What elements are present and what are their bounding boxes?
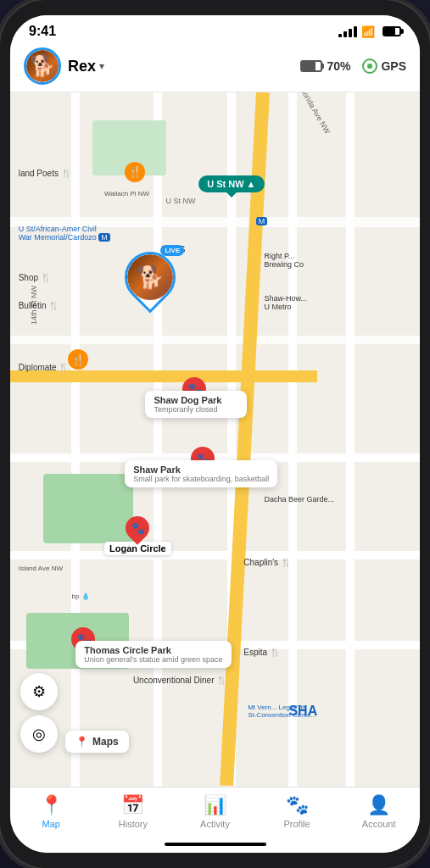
settings-icon: ⚙ — [32, 682, 46, 701]
label-bp: bp 💧 — [71, 593, 89, 600]
map-nav-label: Map — [42, 819, 60, 829]
shaw-dog-park-sub: Temporarily closed — [154, 405, 238, 414]
street-v4 — [288, 92, 297, 787]
card-thomas-circle[interactable]: Thomas Circle Park Union general's statu… — [75, 641, 231, 668]
live-badge: LIVE — [160, 245, 184, 256]
activity-nav-label: Activity — [200, 819, 230, 829]
battery-status-icon — [383, 26, 401, 36]
maps-button[interactable]: 📍 Maps — [65, 731, 129, 753]
nav-profile[interactable]: 🐾 Profile — [256, 794, 338, 829]
battery-percent: 70% — [327, 59, 350, 73]
status-bar: 9:41 📶 — [10, 15, 420, 42]
maps-pin-icon: 📍 — [75, 736, 88, 748]
history-nav-icon: 📅 — [121, 794, 144, 816]
street-v5 — [346, 92, 355, 787]
location-button[interactable]: ◎ — [20, 715, 58, 753]
label-land-poets: land Poets 🍴 — [19, 169, 71, 178]
pin-orange-2[interactable]: 🍴 — [68, 349, 88, 370]
nav-activity[interactable]: 📊 Activity — [174, 794, 256, 829]
device-battery: 70% — [300, 59, 350, 73]
pet-name-section[interactable]: Rex ▾ — [68, 58, 104, 75]
label-shop: Shop 🍴 — [19, 273, 51, 282]
maps-label: Maps — [92, 736, 119, 748]
card-shaw-park[interactable]: Shaw Park Small park for skateboarding, … — [125, 460, 277, 487]
label-bulletin: Bulletin 🍴 — [19, 301, 59, 310]
shaw-park-title: Shaw Park — [133, 465, 269, 475]
map-area[interactable]: U St NW Florida Ave NW 14th St NW SHA la… — [10, 92, 420, 787]
settings-button[interactable]: ⚙ — [20, 673, 58, 710]
status-time: 9:41 — [29, 24, 56, 39]
status-icons: 📶 — [338, 25, 401, 38]
red-pin-logan: 🐾 — [121, 511, 155, 545]
gps-status: GPS — [362, 58, 406, 74]
header-right: 70% GPS — [300, 58, 406, 74]
pin-logan-circle[interactable]: 🐾 Logan Circle — [104, 516, 171, 555]
card-shaw-dog-park[interactable]: Shaw Dog Park Temporarily closed — [145, 391, 247, 418]
pin-orange-1[interactable]: 🍴 — [125, 162, 145, 182]
account-nav-label: Account — [362, 819, 396, 829]
label-right-proper: Right P...Brewing Co — [264, 252, 304, 269]
label-island-ave: Island Ave NW — [19, 565, 63, 572]
label-metro-m: M — [256, 217, 268, 225]
account-nav-icon: 👤 — [367, 794, 390, 816]
label-espita: Espita 🍴 — [243, 648, 280, 657]
home-bar — [165, 843, 266, 846]
nav-account[interactable]: 👤 Account — [338, 794, 420, 829]
pet-location-marker[interactable]: LIVE 🐕 — [125, 252, 176, 303]
label-mt-vernon: Mt Vern... Legal/7thSt-Convention Cente.… — [248, 704, 316, 719]
label-diplomate: Diplomate 🍴 — [19, 363, 70, 372]
label-metro: U St/African-Amer CivilWar Memorial/Card… — [19, 225, 110, 242]
home-indicator — [10, 839, 420, 853]
bottom-nav: 📍 Map 📅 History 📊 Activity 🐾 Profile 👤 A… — [10, 787, 420, 839]
label-u-st-nw: U St NW — [166, 197, 196, 205]
pin-teal-label: U St NW ▲ — [198, 175, 264, 192]
phone-shell: 9:41 📶 🐕 — [0, 0, 430, 868]
wifi-icon: 📶 — [361, 25, 375, 38]
thomas-circle-sub: Union general's statue amid green space — [84, 655, 222, 664]
activity-nav-icon: 📊 — [204, 794, 226, 816]
nav-history[interactable]: 📅 History — [92, 794, 175, 829]
thomas-circle-title: Thomas Circle Park — [84, 645, 222, 655]
battery-outline-icon — [300, 60, 322, 72]
location-icon: ◎ — [32, 725, 46, 743]
phone-screen: 9:41 📶 🐕 — [10, 15, 420, 853]
label-wallach: Wallach Pl NW — [104, 190, 149, 198]
orange-pin-icon: 🍴 — [125, 162, 145, 182]
label-chaplins: Chaplin's 🍴 — [243, 558, 291, 567]
history-nav-label: History — [119, 819, 148, 829]
map-nav-icon: 📍 — [40, 794, 63, 816]
profile-nav-label: Profile — [283, 819, 310, 829]
signal-bars-icon — [338, 26, 357, 37]
shaw-dog-park-title: Shaw Dog Park — [154, 395, 238, 405]
label-shaw-howard: Shaw-How...U Metro — [264, 294, 307, 311]
label-unconventional: Unconventional Diner 🍴 — [133, 676, 226, 685]
pin-ust-nw[interactable]: U St NW ▲ — [198, 175, 264, 192]
nav-map[interactable]: 📍 Map — [10, 794, 92, 829]
pet-avatar[interactable]: 🐕 — [24, 47, 61, 85]
profile-nav-icon: 🐾 — [286, 794, 309, 816]
app-header: 🐕 Rex ▾ 70% GPS — [10, 42, 420, 92]
dog-face-icon: 🐕 — [26, 50, 59, 82]
pet-dropdown-icon: ▾ — [99, 60, 104, 72]
gps-icon — [362, 58, 377, 74]
label-dacha: Dacha Beer Garde... — [264, 495, 334, 504]
shaw-park-sub: Small park for skateboarding, basketball — [133, 475, 269, 483]
orange-pin-icon-2: 🍴 — [68, 349, 88, 370]
street-v1 — [71, 92, 80, 787]
pet-name: Rex — [68, 58, 96, 75]
gps-label: GPS — [381, 59, 406, 73]
